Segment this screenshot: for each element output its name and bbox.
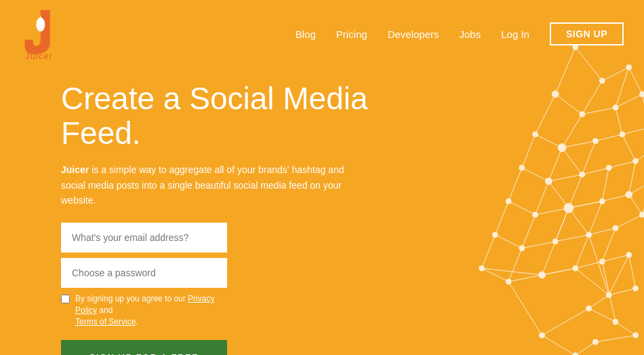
signup-button[interactable]: SIGN UP FOR A FREE ACCOUNT (61, 340, 227, 355)
svg-line-115 (569, 208, 589, 234)
nav-developers[interactable]: Developers (388, 29, 439, 40)
network-svg (373, 27, 644, 355)
password-input[interactable] (61, 258, 227, 288)
svg-line-66 (622, 134, 636, 161)
svg-line-119 (555, 208, 569, 241)
svg-line-78 (508, 202, 535, 215)
terms-checkbox-row: By signing up you agree to our Privacy P… (61, 293, 237, 327)
svg-line-59 (536, 134, 562, 148)
svg-line-79 (495, 202, 508, 235)
svg-line-108 (616, 322, 636, 335)
hero-description: Juicer is a simple way to aggregate all … (61, 162, 353, 208)
svg-line-55 (562, 114, 582, 147)
svg-line-95 (576, 235, 589, 268)
hero-title: Create a Social Media Feed. (61, 81, 414, 150)
svg-line-92 (555, 235, 588, 242)
svg-line-114 (548, 181, 569, 208)
svg-line-84 (602, 195, 628, 202)
svg-line-62 (548, 148, 562, 181)
svg-line-107 (589, 308, 616, 322)
svg-line-81 (522, 214, 536, 248)
brand-name: Juicer (61, 164, 89, 175)
logo[interactable]: Juicer (20, 7, 58, 61)
svg-line-77 (629, 161, 636, 194)
main-content: Create a Social Media Feed. Juicer is a … (0, 68, 644, 355)
svg-line-65 (622, 128, 644, 134)
terms-label: By signing up you agree to our Privacy P… (75, 293, 237, 327)
svg-line-99 (508, 275, 542, 282)
svg-line-57 (616, 107, 622, 134)
svg-line-71 (536, 181, 549, 214)
svg-line-54 (582, 107, 616, 114)
svg-line-93 (542, 242, 555, 275)
main-nav: Blog Pricing Developers Jobs Log In SIGN… (296, 22, 624, 45)
svg-line-105 (609, 288, 635, 295)
email-input[interactable] (61, 223, 227, 253)
svg-line-96 (616, 214, 642, 228)
terms-checkbox[interactable] (61, 295, 70, 303)
svg-line-80 (536, 208, 569, 214)
hero-desc-rest: is a simple way to aggregate all of your… (61, 164, 344, 206)
svg-line-70 (548, 174, 582, 181)
svg-line-121 (508, 282, 542, 335)
svg-line-73 (569, 174, 582, 208)
svg-line-53 (536, 94, 556, 134)
svg-line-60 (522, 134, 536, 168)
nav-blog[interactable]: Blog (296, 29, 316, 40)
svg-line-74 (609, 161, 635, 168)
network-graphic (373, 27, 644, 355)
svg-line-63 (595, 134, 622, 141)
svg-line-75 (602, 168, 609, 201)
svg-line-106 (589, 295, 609, 309)
svg-line-51 (629, 67, 643, 94)
svg-line-64 (582, 141, 596, 174)
svg-line-116 (542, 268, 575, 275)
svg-point-39 (633, 286, 639, 291)
svg-line-87 (629, 195, 643, 215)
nav-signup-button[interactable]: SIGN UP (550, 22, 624, 45)
svg-line-118 (569, 202, 602, 208)
header: Juicer Blog Pricing Developers Jobs Log … (0, 0, 644, 68)
svg-line-94 (589, 228, 616, 235)
nav-login[interactable]: Log In (501, 29, 529, 40)
svg-line-113 (562, 148, 582, 174)
svg-line-109 (595, 335, 635, 342)
svg-line-91 (508, 248, 522, 282)
svg-line-112 (542, 308, 588, 335)
svg-line-72 (582, 168, 609, 174)
svg-line-103 (629, 255, 636, 288)
svg-line-61 (562, 141, 595, 148)
svg-line-90 (522, 242, 555, 248)
svg-line-124 (589, 235, 609, 295)
logo-text: Juicer (25, 51, 53, 61)
svg-line-69 (508, 168, 522, 201)
nav-jobs[interactable]: Jobs (460, 29, 481, 40)
nav-pricing[interactable]: Pricing (336, 29, 367, 40)
svg-line-102 (602, 255, 628, 262)
svg-line-88 (495, 235, 521, 248)
terms-link[interactable]: Terms of Service (75, 317, 136, 326)
svg-line-110 (576, 342, 596, 355)
svg-line-104 (609, 255, 629, 295)
svg-line-111 (542, 335, 575, 355)
svg-line-52 (555, 94, 582, 115)
svg-line-68 (522, 168, 548, 181)
left-panel: Create a Social Media Feed. Juicer is a … (61, 81, 414, 355)
svg-line-89 (482, 235, 496, 268)
svg-line-97 (602, 228, 616, 261)
svg-line-49 (582, 81, 603, 114)
svg-line-98 (482, 268, 508, 282)
svg-line-122 (576, 268, 609, 295)
svg-line-85 (589, 202, 603, 235)
